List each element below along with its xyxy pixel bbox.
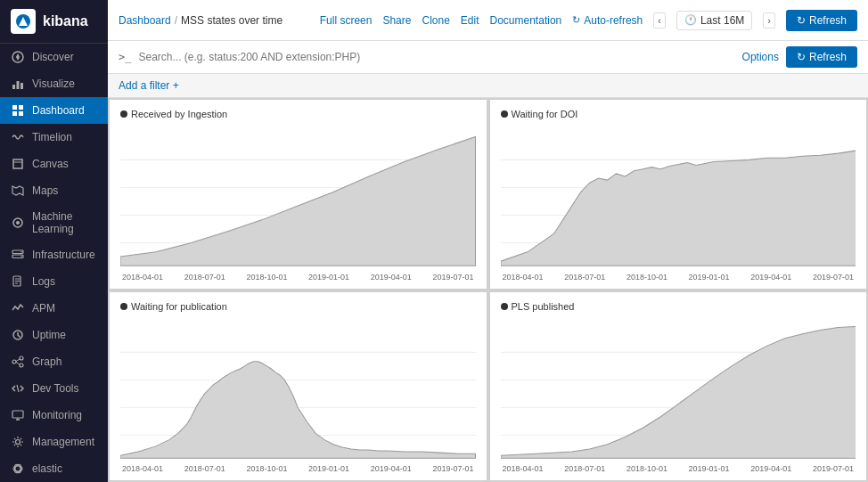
gear-icon (11, 435, 25, 449)
code-icon (11, 381, 25, 396)
svg-rect-10 (19, 111, 23, 116)
chart-area-4 (501, 315, 856, 463)
sidebar-item-monitoring[interactable]: Monitoring (0, 402, 108, 429)
sidebar-item-maps[interactable]: Maps (0, 177, 108, 204)
xaxis-label: 2019-07-01 (813, 273, 854, 282)
share-action[interactable]: Share (382, 14, 411, 27)
xaxis-label: 2019-04-01 (750, 273, 791, 282)
chart-waiting-for-publication: Waiting for publication 2018-04-01 2018-… (110, 292, 487, 481)
svg-rect-8 (19, 105, 23, 110)
svg-rect-9 (12, 111, 17, 116)
search-prompt: >_ (119, 51, 131, 63)
chart-label-4: PLS published (512, 301, 575, 312)
time-nav-arrows-next: › (763, 12, 775, 29)
sidebar-item-visualize-label: Visualize (32, 78, 75, 90)
refresh-icon: ↻ (797, 14, 806, 27)
chart-area-1 (120, 123, 476, 271)
xaxis-label: 2018-07-01 (564, 464, 605, 473)
sidebar-item-canvas[interactable]: Canvas (0, 151, 108, 177)
svg-marker-13 (12, 186, 23, 195)
svg-line-29 (16, 363, 20, 365)
sidebar-item-dev-tools[interactable]: Dev Tools (0, 375, 108, 402)
add-filter-button[interactable]: Add a filter + (119, 79, 179, 92)
breadcrumb-root[interactable]: Dashboard (119, 14, 171, 27)
chart-area-3 (120, 315, 476, 463)
full-screen-action[interactable]: Full screen (320, 14, 373, 27)
searchbar: >_ Options ↻ Refresh (108, 41, 868, 74)
sidebar-item-visualize[interactable]: Visualize (0, 70, 108, 97)
sidebar-item-apm-label: APM (32, 302, 55, 315)
sidebar-item-discover[interactable]: Discover (0, 44, 108, 70)
sidebar-item-discover-label: Discover (32, 51, 74, 63)
sidebar-item-uptime[interactable]: Uptime (0, 322, 108, 348)
sidebar-item-infrastructure-label: Infrastructure (32, 249, 95, 261)
svg-rect-7 (12, 105, 17, 110)
chart-area-2 (501, 123, 856, 271)
sidebar-item-timelion-label: Timelion (32, 131, 72, 143)
apm-icon (11, 301, 25, 315)
next-arrow[interactable]: › (763, 12, 775, 29)
sidebar-item-machine-learning[interactable]: Machine Learning (0, 204, 108, 241)
chart-title-2: Waiting for DOI (501, 109, 856, 119)
search-input[interactable] (138, 51, 734, 63)
chart-waiting-for-doi: Waiting for DOI 2018-04-01 2018-07-01 20… (490, 100, 867, 289)
sidebar-item-logs-label: Logs (32, 275, 55, 288)
filterbar: Add a filter + (108, 74, 868, 98)
clone-action[interactable]: Clone (422, 14, 449, 27)
sidebar-item-dashboard-label: Dashboard (32, 104, 85, 117)
xaxis-label: 2018-04-01 (122, 464, 163, 473)
svg-rect-4 (12, 85, 15, 89)
xaxis-label: 2019-01-01 (308, 273, 349, 282)
xaxis-label: 2018-07-01 (564, 273, 605, 282)
sidebar-item-apm[interactable]: APM (0, 295, 108, 322)
map-icon (11, 184, 25, 198)
chart-dot-1 (120, 110, 127, 118)
sidebar-item-ml-label: Machine Learning (32, 210, 97, 235)
charts-grid: Received by Ingestion 2018-04-01 2018-07… (108, 98, 868, 482)
edit-action[interactable]: Edit (461, 14, 479, 27)
sidebar-logo[interactable]: kibana (0, 0, 108, 44)
sidebar-item-timelion[interactable]: Timelion (0, 124, 108, 151)
refresh-button[interactable]: ↻ Refresh (786, 10, 857, 31)
searchbar-refresh-button[interactable]: ↻ Refresh (786, 46, 857, 68)
breadcrumb-current: MSS states over time (181, 14, 283, 27)
documentation-action[interactable]: Documentation (490, 14, 562, 27)
sidebar-item-graph-label: Graph (32, 355, 61, 368)
chart-label-1: Received by Ingestion (131, 109, 227, 119)
sidebar-item-logs[interactable]: Logs (0, 268, 108, 295)
prev-arrow[interactable]: ‹ (653, 12, 666, 29)
svg-marker-3 (16, 53, 20, 61)
wave-icon (11, 130, 25, 144)
sidebar-item-management[interactable]: Management (0, 429, 108, 455)
xaxis-label: 2018-04-01 (122, 273, 163, 282)
time-range-picker[interactable]: 🕐 Last 16M (676, 11, 752, 30)
bar-chart-icon (11, 77, 25, 91)
xaxis-label: 2019-01-01 (308, 464, 349, 473)
chart-title-1: Received by Ingestion (120, 109, 476, 119)
options-button[interactable]: Options (742, 51, 779, 63)
uptime-icon (11, 328, 25, 342)
breadcrumb: Dashboard / MSS states over time (119, 14, 283, 27)
xaxis-label: 2019-04-01 (371, 273, 412, 282)
chart-xaxis-2: 2018-04-01 2018-07-01 2018-10-01 2019-01… (501, 273, 856, 282)
xaxis-label: 2019-01-01 (689, 273, 730, 282)
elastic-icon (11, 462, 25, 476)
chart-xaxis-3: 2018-04-01 2018-07-01 2018-10-01 2019-01… (120, 464, 476, 473)
topbar-left: Dashboard / MSS states over time (119, 14, 283, 27)
sidebar-item-graph[interactable]: Graph (0, 348, 108, 375)
chart-xaxis-4: 2018-04-01 2018-07-01 2018-10-01 2019-01… (501, 464, 856, 473)
sidebar-item-dashboard[interactable]: Dashboard (0, 97, 108, 124)
svg-point-27 (20, 364, 23, 367)
chart-dot-4 (501, 303, 508, 310)
sidebar-item-elastic[interactable]: elastic (0, 455, 108, 482)
xaxis-label: 2019-04-01 (371, 464, 412, 473)
xaxis-label: 2018-04-01 (503, 464, 544, 473)
sidebar-item-monitoring-label: Monitoring (32, 409, 82, 421)
xaxis-label: 2018-07-01 (184, 464, 225, 473)
sidebar-item-infrastructure[interactable]: Infrastructure (0, 241, 108, 268)
chart-dot-3 (120, 303, 127, 310)
canvas-icon (11, 157, 25, 171)
kibana-logo-icon (11, 9, 36, 34)
chart-title-3: Waiting for publication (120, 301, 476, 312)
auto-refresh-toggle[interactable]: ↻ Auto-refresh (572, 14, 643, 27)
